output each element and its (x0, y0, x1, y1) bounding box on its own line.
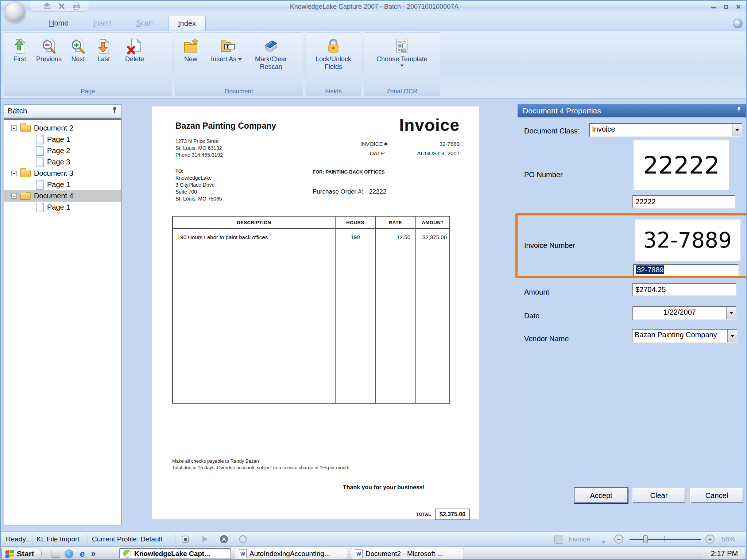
quick-launch-icon-1[interactable] (51, 550, 60, 558)
minimize-icon[interactable] (709, 3, 718, 9)
previous-page-icon (40, 36, 58, 55)
doc-type-dropdown-icon[interactable] (602, 537, 605, 545)
vendor-name-dropdown[interactable]: Bazan Painting Company (632, 329, 738, 343)
tree-item-document-2[interactable]: Document 2 (4, 122, 121, 134)
invoice-title: Invoice (399, 115, 460, 135)
tab-home[interactable]: Home (39, 16, 78, 31)
tree-item-document-3-page-1[interactable]: Page 1 (4, 179, 121, 190)
doc-type-selector[interactable]: Invoice (568, 535, 590, 543)
collapse-icon[interactable] (11, 193, 17, 199)
stop-icon[interactable] (180, 534, 190, 544)
tab-scan[interactable]: Scan (127, 16, 162, 31)
tree-item-document-2-page-2[interactable]: Page 2 (4, 145, 121, 156)
system-tray-clock: 2:17 PM (703, 548, 746, 560)
invoice-number-value: 32-7889 (440, 141, 460, 147)
status-ready: Ready... (6, 535, 31, 543)
first-button[interactable]: First (7, 35, 32, 63)
delete-button[interactable]: Delete (121, 35, 148, 63)
batch-tree: Document 2 Page 1 Page 2 Page 3 Document… (4, 118, 121, 525)
word-document-icon: W (239, 549, 247, 558)
document-preview[interactable]: Bazan Painting Company 1273 N Price Stre… (152, 106, 479, 519)
taskbar-button-autoindexing[interactable]: W AutoIndexingAccounting... (235, 548, 347, 559)
document-class-dropdown[interactable]: Invoice (589, 123, 742, 137)
chevron-expand-icon[interactable]: » (91, 549, 96, 559)
tab-insert[interactable]: Insert (84, 16, 121, 31)
properties-panel-header: Document 4 Properties (518, 104, 747, 117)
page-icon (36, 135, 44, 144)
refresh-icon[interactable] (238, 534, 248, 544)
taskbar-button-document2[interactable]: W Document2 - Microsoft ... (351, 548, 464, 559)
lock-unlock-fields-button[interactable]: Lock/Unlock Fields (310, 35, 357, 71)
zoom-percent: 56% (721, 535, 735, 543)
print-icon[interactable] (72, 2, 81, 10)
last-button[interactable]: Last (91, 35, 116, 63)
chevron-down-icon[interactable] (727, 330, 737, 342)
insert-as-button[interactable]: Insert As (207, 35, 245, 63)
office-orb-button[interactable] (4, 1, 26, 23)
chevron-down-icon[interactable] (726, 307, 736, 319)
import-icon[interactable] (43, 2, 51, 10)
invoice-company-address: 1273 N Price Stree St. Louis, MO 63132 P… (175, 138, 223, 159)
title-bar: KnowledgeLake Capture 2007 - Batch - 200… (1, 1, 747, 12)
cancel-circle-icon[interactable] (219, 534, 229, 544)
next-button[interactable]: Next (65, 35, 91, 63)
document-class-value: Invoice (590, 124, 732, 136)
taskbar-button-knowledgelake[interactable]: KnowledgeLake Capt... (119, 548, 231, 559)
page-icon (36, 158, 44, 167)
quick-launch-icon-2[interactable] (65, 549, 73, 558)
zoom-slider-track[interactable] (630, 539, 701, 540)
choose-template-button[interactable]: Choose Template (373, 35, 431, 67)
date-value: 1/22/2007 (633, 307, 726, 319)
ribbon-group-fields: Lock/Unlock Fields Fields (306, 32, 361, 96)
batch-panel-title: Batch (8, 106, 27, 115)
mark-clear-rescan-button[interactable]: Mark/Clear Rescan (249, 35, 293, 71)
tab-index[interactable]: Index (168, 16, 206, 31)
tree-item-document-4[interactable]: Document 4 (4, 190, 121, 202)
invoice-total-label: TOTAL (376, 512, 431, 517)
help-icon[interactable]: ? (733, 19, 743, 28)
windows-logo-icon (5, 549, 14, 558)
choose-template-dropdown-icon[interactable] (400, 65, 404, 67)
delete-page-icon (125, 36, 144, 55)
invoice-po-value: 22222 (369, 188, 386, 195)
zoom-out-icon[interactable]: – (614, 534, 623, 544)
status-current-profile: Current Profile: Default (92, 535, 162, 543)
first-page-icon (11, 36, 29, 55)
app-window: { "window": { "title": "KnowledgeLake Ca… (0, 0, 747, 560)
column-header-description: DESCRIPTION (173, 217, 335, 229)
collapse-icon[interactable] (11, 125, 17, 131)
tree-item-document-2-page-1[interactable]: Page 1 (4, 134, 121, 145)
folder-icon (20, 125, 31, 132)
play-icon[interactable] (200, 534, 210, 544)
collapse-icon[interactable] (11, 171, 17, 176)
cancel-button[interactable]: Cancel (690, 488, 743, 503)
word-document-icon: W (355, 549, 363, 558)
start-button[interactable]: Start (1, 548, 42, 560)
line-item-description: 190 Hours Labor to paint back offices (177, 234, 268, 240)
tree-item-document-2-page-3[interactable]: Page 3 (4, 156, 121, 168)
clock-time: 2:17 PM (711, 549, 738, 558)
clear-button[interactable]: Clear (632, 488, 685, 503)
invoice-total-value: $2,375.00 (435, 509, 470, 520)
po-number-zone-snippet: 22222 (634, 140, 729, 190)
zoom-in-icon[interactable]: + (705, 534, 715, 544)
pin-icon[interactable] (112, 106, 117, 115)
open-folder-icon (20, 192, 31, 200)
pin-icon[interactable] (736, 106, 742, 115)
close-icon[interactable] (734, 3, 743, 9)
close-batch-icon[interactable] (57, 2, 66, 10)
tree-item-document-4-page-1[interactable]: Page 1 (4, 202, 121, 213)
document-class-label: Document Class: (524, 127, 580, 135)
amount-input[interactable] (632, 283, 736, 296)
tree-item-document-3[interactable]: Document 3 (4, 168, 121, 179)
chevron-down-icon[interactable] (732, 124, 742, 136)
window-controls (709, 3, 743, 9)
zoom-slider-thumb[interactable] (643, 535, 648, 543)
internet-explorer-icon[interactable]: e (78, 549, 87, 558)
new-document-button[interactable]: New (178, 35, 204, 63)
previous-button[interactable]: Previous (32, 35, 65, 63)
date-dropdown[interactable]: 1/22/2007 (632, 306, 736, 320)
restore-icon[interactable] (721, 3, 730, 9)
po-number-input[interactable] (632, 195, 735, 209)
accept-button[interactable]: Accept (574, 488, 628, 503)
